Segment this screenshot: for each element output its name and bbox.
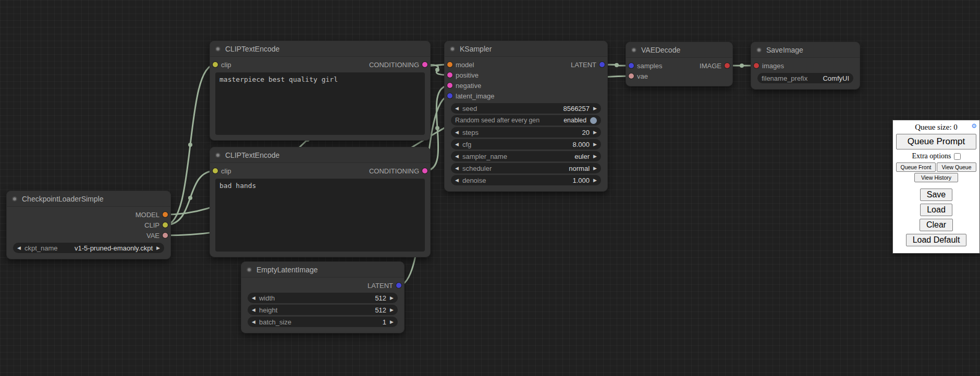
slot-label-vae: VAE bbox=[146, 232, 160, 240]
port-latent-output[interactable] bbox=[396, 283, 401, 288]
queue-front-button[interactable]: Queue Front bbox=[896, 162, 936, 172]
port-vae-output[interactable] bbox=[163, 233, 168, 238]
node-empty-latent-image[interactable]: EmptyLatentImage LATENT ◀ width 512 ▶ ◀ … bbox=[241, 261, 405, 333]
widget-ckpt-name[interactable]: ◀ ckpt_name v1-5-pruned-emaonly.ckpt ▶ bbox=[13, 243, 164, 253]
arrow-left-icon[interactable]: ◀ bbox=[252, 320, 255, 324]
widget-batch-size[interactable]: ◀ batch_size 1 ▶ bbox=[248, 317, 398, 327]
load-button[interactable]: Load bbox=[920, 204, 952, 216]
arrow-left-icon[interactable]: ◀ bbox=[455, 142, 459, 147]
arrow-left-icon[interactable]: ◀ bbox=[17, 246, 21, 250]
node-save-image[interactable]: SaveImage images filename_prefix ComfyUI bbox=[751, 42, 860, 90]
widget-random-seed-toggle[interactable]: Random seed after every gen enabled bbox=[451, 115, 601, 126]
arrow-right-icon[interactable]: ▶ bbox=[593, 142, 597, 147]
port-images-input[interactable] bbox=[754, 63, 759, 68]
arrow-right-icon[interactable]: ▶ bbox=[390, 296, 394, 300]
queue-prompt-button[interactable]: Queue Prompt bbox=[896, 134, 976, 149]
arrow-right-icon[interactable]: ▶ bbox=[593, 130, 597, 135]
arrow-left-icon[interactable]: ◀ bbox=[252, 308, 255, 312]
widget-steps[interactable]: ◀ steps 20 ▶ bbox=[451, 127, 601, 137]
widget-value: normal bbox=[569, 165, 590, 172]
port-negative-input[interactable] bbox=[447, 83, 452, 88]
widget-filename-prefix[interactable]: filename_prefix ComfyUI bbox=[757, 73, 853, 83]
load-default-button[interactable]: Load Default bbox=[906, 234, 967, 246]
port-clip-output[interactable] bbox=[163, 222, 168, 228]
port-model-input[interactable] bbox=[447, 62, 452, 67]
slot-label-negative: negative bbox=[456, 82, 481, 90]
arrow-left-icon[interactable]: ◀ bbox=[455, 130, 459, 135]
node-collapse-dot-icon[interactable] bbox=[12, 196, 17, 202]
port-conditioning-output[interactable] bbox=[422, 62, 427, 67]
port-positive-input[interactable] bbox=[447, 72, 452, 78]
widget-value: 1.000 bbox=[573, 177, 590, 184]
view-queue-button[interactable]: View Queue bbox=[937, 162, 976, 172]
arrow-left-icon[interactable]: ◀ bbox=[455, 154, 459, 159]
arrow-right-icon[interactable]: ▶ bbox=[156, 246, 160, 250]
widget-height[interactable]: ◀ height 512 ▶ bbox=[248, 305, 398, 315]
node-clip-text-encode-positive[interactable]: CLIPTextEncode clip CONDITIONING masterp… bbox=[210, 41, 431, 141]
arrow-left-icon[interactable]: ◀ bbox=[252, 296, 255, 300]
port-latent-image-input[interactable] bbox=[447, 93, 452, 98]
arrow-right-icon[interactable]: ▶ bbox=[593, 166, 597, 171]
node-title-bar[interactable]: SaveImage bbox=[751, 42, 860, 58]
settings-icon[interactable]: ⚙ bbox=[971, 122, 977, 130]
prompt-textarea[interactable]: masterpiece best quality girl bbox=[215, 72, 425, 135]
node-title: VAEDecode bbox=[641, 46, 680, 54]
port-vae-input[interactable] bbox=[629, 73, 634, 79]
node-title-bar[interactable]: VAEDecode bbox=[626, 42, 732, 58]
port-clip-input[interactable] bbox=[213, 168, 218, 173]
node-collapse-dot-icon[interactable] bbox=[215, 153, 220, 158]
widget-sampler-name[interactable]: ◀ sampler_name euler ▶ bbox=[451, 151, 601, 161]
node-title: SaveImage bbox=[766, 46, 803, 54]
output-row-latent: LATENT bbox=[241, 280, 404, 291]
port-model-output[interactable] bbox=[163, 212, 168, 217]
node-title-bar[interactable]: KSampler bbox=[445, 41, 607, 57]
widget-denoise[interactable]: ◀ denoise 1.000 ▶ bbox=[451, 175, 601, 185]
node-title-bar[interactable]: EmptyLatentImage bbox=[241, 262, 404, 278]
save-button[interactable]: Save bbox=[920, 189, 952, 201]
widget-scheduler[interactable]: ◀ scheduler normal ▶ bbox=[451, 163, 601, 173]
view-history-button[interactable]: View History bbox=[914, 173, 958, 182]
node-clip-text-encode-negative[interactable]: CLIPTextEncode clip CONDITIONING bad han… bbox=[210, 147, 431, 257]
output-row-model: MODEL bbox=[7, 209, 170, 220]
arrow-right-icon[interactable]: ▶ bbox=[593, 154, 597, 159]
arrow-right-icon[interactable]: ▶ bbox=[390, 308, 394, 312]
node-collapse-dot-icon[interactable] bbox=[631, 47, 636, 53]
arrow-left-icon[interactable]: ◀ bbox=[455, 166, 459, 171]
node-vae-decode[interactable]: VAEDecode samples IMAGE vae bbox=[626, 42, 733, 86]
node-collapse-dot-icon[interactable] bbox=[247, 267, 252, 272]
slot-label-clip: CLIP bbox=[144, 221, 160, 229]
widget-width[interactable]: ◀ width 512 ▶ bbox=[248, 293, 398, 303]
arrow-right-icon[interactable]: ▶ bbox=[390, 320, 394, 324]
node-collapse-dot-icon[interactable] bbox=[756, 47, 762, 53]
slot-row: model LATENT bbox=[445, 59, 607, 70]
widget-value: euler bbox=[574, 153, 590, 160]
output-row-vae: VAE bbox=[7, 230, 170, 241]
extra-options-checkbox[interactable] bbox=[954, 153, 961, 160]
widget-seed[interactable]: ◀ seed 8566257 ▶ bbox=[451, 103, 601, 114]
port-samples-input[interactable] bbox=[629, 63, 634, 68]
toggle-knob-icon[interactable] bbox=[590, 117, 597, 124]
comfyui-menu-panel: Queue size: 0 ⚙ Queue Prompt Extra optio… bbox=[892, 120, 980, 254]
node-title-bar[interactable]: CheckpointLoaderSimple bbox=[7, 191, 170, 207]
widget-label: ckpt_name bbox=[24, 244, 58, 252]
port-latent-output[interactable] bbox=[599, 62, 605, 67]
widget-cfg[interactable]: ◀ cfg 8.000 ▶ bbox=[451, 139, 601, 149]
arrow-left-icon[interactable]: ◀ bbox=[455, 178, 459, 183]
node-checkpoint-loader[interactable]: CheckpointLoaderSimple MODEL CLIP VAE ◀ … bbox=[6, 191, 171, 259]
port-clip-input[interactable] bbox=[213, 62, 218, 67]
node-title-bar[interactable]: CLIPTextEncode bbox=[210, 147, 430, 163]
node-title: KSampler bbox=[460, 45, 492, 53]
node-collapse-dot-icon[interactable] bbox=[215, 46, 220, 52]
arrow-right-icon[interactable]: ▶ bbox=[593, 106, 597, 111]
clear-button[interactable]: Clear bbox=[920, 219, 953, 231]
arrow-left-icon[interactable]: ◀ bbox=[455, 106, 459, 111]
arrow-right-icon[interactable]: ▶ bbox=[593, 178, 597, 183]
port-image-output[interactable] bbox=[725, 63, 730, 68]
node-ksampler[interactable]: KSampler model LATENT positive negative bbox=[444, 41, 608, 192]
prompt-textarea[interactable]: bad hands bbox=[215, 179, 425, 252]
port-conditioning-output[interactable] bbox=[422, 168, 427, 173]
node-collapse-dot-icon[interactable] bbox=[450, 46, 455, 52]
node-title-bar[interactable]: CLIPTextEncode bbox=[210, 41, 430, 57]
slot-label-positive: positive bbox=[456, 71, 479, 79]
widget-label: Random seed after every gen bbox=[455, 117, 540, 124]
